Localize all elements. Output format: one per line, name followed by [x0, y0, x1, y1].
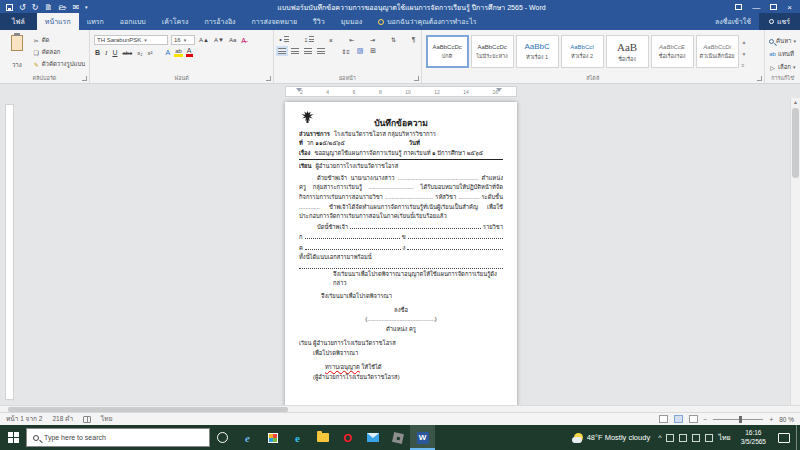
cortana-button[interactable]	[210, 425, 235, 450]
vertical-scroll-thumb[interactable]	[792, 108, 799, 178]
align-center-button[interactable]	[291, 48, 299, 54]
weather-widget[interactable]: 48°F Mostly cloudy	[570, 433, 654, 442]
tab-home[interactable]: หน้าแรก	[37, 13, 79, 30]
tab-file[interactable]: ไฟล์	[0, 13, 37, 30]
start-button[interactable]	[0, 425, 26, 450]
numbering-button[interactable]: 1.	[303, 36, 314, 43]
restore-button[interactable]	[770, 4, 777, 10]
clipboard-dialog-launcher-icon[interactable]	[82, 76, 87, 81]
tab-view[interactable]: มุมมอง	[333, 13, 370, 30]
tell-me-box[interactable]: บอกฉันว่าคุณต้องการทำอะไร	[370, 13, 484, 30]
close-button[interactable]: ×	[787, 3, 792, 12]
select-button[interactable]: ▷เลือก▾	[769, 62, 796, 72]
taskbar-clock[interactable]: 16:16 3/5/2565	[735, 429, 772, 446]
ribbon-display-options-icon[interactable]	[735, 4, 742, 10]
subscript-button[interactable]: x₂	[136, 50, 143, 56]
mail-button[interactable]	[360, 425, 385, 450]
redo-icon[interactable]: ↻	[32, 3, 39, 12]
format-painter-button[interactable]: ✎ตัวคัดวางรูปแบบ	[33, 59, 85, 69]
style-heading1[interactable]: AaBbC หัวเรื่อง 1	[516, 35, 559, 68]
language-indicator[interactable]: ไทย	[101, 414, 112, 424]
tab-references[interactable]: การอ้างอิง	[196, 13, 243, 30]
increase-indent-button[interactable]: ⇥	[369, 36, 376, 43]
zoom-out-button[interactable]: −	[704, 416, 708, 423]
decrease-indent-button[interactable]: ⇤	[348, 36, 355, 43]
sort-button[interactable]: ⇅	[390, 36, 397, 43]
copy-button[interactable]: ❏คัดลอก	[33, 47, 85, 57]
security-shield-icon[interactable]	[679, 434, 687, 442]
font-name-select[interactable]: TH SarabunPSK▾	[94, 35, 168, 45]
zoom-slider[interactable]	[713, 419, 763, 420]
clear-formatting-button[interactable]: A̶	[240, 37, 247, 44]
onedrive-icon[interactable]	[666, 434, 674, 442]
zoom-in-button[interactable]: +	[769, 416, 773, 423]
style-heading2[interactable]: AaBbCcI หัวเรื่อง 2	[561, 35, 604, 68]
internet-explorer-button[interactable]: e	[235, 425, 260, 450]
font-color-button[interactable]: A	[186, 48, 193, 57]
horizontal-ruler[interactable]: 246810121416	[285, 86, 517, 97]
show-desktop-button[interactable]	[796, 425, 800, 450]
style-subtle-emphasis[interactable]: AaBbCcDi ตัวเน้นเล็กน้อย	[696, 35, 739, 68]
highlight-color-button[interactable]: ab	[174, 48, 183, 57]
undo-icon[interactable]: ↺	[19, 3, 26, 12]
opera-button[interactable]: O	[335, 425, 360, 450]
show-paragraph-marks-button[interactable]: ¶	[411, 36, 417, 43]
style-subtitle[interactable]: AaBbCcE ชื่อเรื่องรอง	[651, 35, 694, 68]
microsoft-store-button[interactable]	[260, 425, 285, 450]
new-document-icon[interactable]: 🗎	[44, 3, 52, 12]
edge-button[interactable]: e	[285, 425, 310, 450]
font-dialog-launcher-icon[interactable]	[266, 76, 271, 81]
tab-review[interactable]: รีวิว	[305, 13, 333, 30]
proofing-icon[interactable]	[83, 416, 91, 423]
paste-button[interactable]: วาง	[4, 33, 30, 72]
tab-mailings[interactable]: การส่งจดหมาย	[244, 13, 306, 30]
multilevel-list-button[interactable]: a:	[328, 37, 334, 43]
align-right-button[interactable]	[304, 48, 312, 54]
word-taskbar-button[interactable]: W	[410, 425, 435, 450]
bold-button[interactable]: B	[94, 49, 101, 56]
read-mode-icon[interactable]	[659, 415, 668, 423]
zoom-slider-thumb[interactable]	[739, 416, 742, 423]
action-center-icon[interactable]	[778, 433, 790, 443]
tab-design[interactable]: ออกแบบ	[112, 13, 154, 30]
style-normal[interactable]: AaBbCcDc ปกติ	[426, 35, 469, 68]
horizontal-scrollbar[interactable]	[0, 405, 800, 412]
network-icon[interactable]	[692, 434, 700, 442]
vertical-scrollbar[interactable]: ▲	[790, 98, 800, 405]
strikethrough-button[interactable]: abc	[121, 50, 133, 56]
grow-font-button[interactable]: A▲	[198, 37, 210, 43]
underline-button[interactable]: U	[111, 49, 118, 56]
email-icon[interactable]: ✉	[72, 3, 79, 12]
roblox-button[interactable]	[385, 425, 410, 450]
find-button[interactable]: ค้นหา▾	[769, 36, 796, 46]
style-no-spacing[interactable]: AaBbCcDc ไม่มีระยะห่าง	[471, 35, 514, 68]
styles-dialog-launcher-icon[interactable]	[757, 76, 762, 81]
tray-language-indicator[interactable]: ไทย	[718, 432, 730, 443]
minimize-button[interactable]: —	[752, 3, 760, 12]
italic-button[interactable]: I	[104, 49, 108, 57]
replace-button[interactable]: abแทนที่	[769, 49, 796, 59]
indent-marker-icon[interactable]	[296, 88, 302, 92]
zoom-level[interactable]: 80 %	[779, 416, 794, 423]
share-button[interactable]: แชร์	[759, 13, 800, 30]
tab-insert[interactable]: แทรก	[79, 13, 112, 30]
page-indicator[interactable]: หน้า 1 จาก 2	[6, 414, 42, 424]
word-count[interactable]: 218 คำ	[52, 414, 73, 424]
right-indent-marker-icon[interactable]	[496, 88, 502, 92]
justify-button[interactable]	[317, 48, 325, 54]
style-title[interactable]: AaB ชื่อเรื่อง	[606, 35, 649, 68]
print-layout-icon[interactable]	[674, 415, 683, 423]
styles-gallery-scroll[interactable]: ▲▼≡	[741, 35, 748, 72]
superscript-button[interactable]: x²	[147, 50, 154, 56]
file-explorer-button[interactable]	[310, 425, 335, 450]
document-page[interactable]: บันทึกข้อความ ส่วนราชการโรงเรียนวัดราชโอ…	[285, 102, 517, 405]
scroll-up-icon[interactable]: ▲	[791, 98, 800, 107]
change-case-button[interactable]: Aa	[228, 37, 237, 43]
web-layout-icon[interactable]	[689, 415, 698, 423]
shading-button[interactable]: ▨	[356, 47, 365, 55]
font-size-select[interactable]: 16▾	[171, 35, 195, 45]
sign-in-link[interactable]: ลงชื่อเข้าใช้	[707, 13, 759, 30]
tab-layout[interactable]: เค้าโครง	[154, 13, 197, 30]
text-effects-button[interactable]: A	[165, 49, 172, 56]
vertical-ruler[interactable]	[5, 104, 14, 400]
